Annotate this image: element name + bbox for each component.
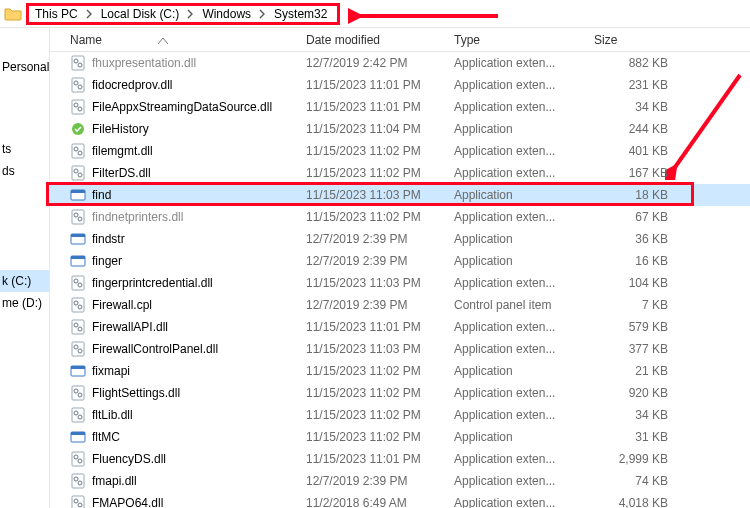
dll-icon (70, 495, 86, 508)
column-header-name[interactable]: Name (50, 33, 300, 47)
breadcrumb[interactable]: This PC Local Disk (C:) Windows System32 (26, 3, 340, 25)
file-type: Application (448, 254, 588, 268)
sidebar-item[interactable]: ts (0, 138, 49, 160)
file-type: Application exten... (448, 408, 588, 422)
table-row[interactable]: FirewallControlPanel.dll11/15/2023 11:03… (50, 338, 750, 360)
file-name: finger (92, 254, 122, 268)
file-type: Application exten... (448, 100, 588, 114)
file-date: 11/15/2023 11:04 PM (300, 122, 448, 136)
file-name: fingerprintcredential.dll (92, 276, 213, 290)
table-row[interactable]: fixmapi11/15/2023 11:02 PMApplication21 … (50, 360, 750, 382)
file-size: 36 KB (588, 232, 680, 246)
table-row[interactable]: FirewallAPI.dll11/15/2023 11:01 PMApplic… (50, 316, 750, 338)
file-type: Application (448, 188, 588, 202)
dll-icon (70, 407, 86, 423)
sidebar-item[interactable]: Personal (0, 56, 49, 78)
table-row[interactable]: FlightSettings.dll11/15/2023 11:02 PMApp… (50, 382, 750, 404)
dll-icon (70, 77, 86, 93)
table-row[interactable]: FileHistory11/15/2023 11:04 PMApplicatio… (50, 118, 750, 140)
column-header-size[interactable]: Size (588, 33, 680, 47)
breadcrumb-seg-windows[interactable]: Windows (198, 5, 255, 23)
sidebar-item[interactable]: ds (0, 160, 49, 182)
file-date: 11/15/2023 11:01 PM (300, 100, 448, 114)
table-row[interactable]: fmapi.dll12/7/2019 2:39 PMApplication ex… (50, 470, 750, 492)
file-size: 401 KB (588, 144, 680, 158)
file-date: 11/15/2023 11:03 PM (300, 342, 448, 356)
file-name: fidocredprov.dll (92, 78, 172, 92)
file-date: 12/7/2019 2:39 PM (300, 254, 448, 268)
nav-sidebar: Personal ts ds k (C:) me (D:) (0, 28, 50, 508)
file-date: 11/15/2023 11:02 PM (300, 364, 448, 378)
file-name: FilterDS.dll (92, 166, 151, 180)
file-size: 377 KB (588, 342, 680, 356)
file-type: Application exten... (448, 78, 588, 92)
dll-icon (70, 473, 86, 489)
sidebar-item-c[interactable]: k (C:) (0, 270, 49, 292)
breadcrumb-seg-thispc[interactable]: This PC (31, 5, 82, 23)
dll-icon (70, 143, 86, 159)
file-date: 11/15/2023 11:02 PM (300, 144, 448, 158)
file-size: 167 KB (588, 166, 680, 180)
table-row[interactable]: fhuxpresentation.dll12/7/2019 2:42 PMApp… (50, 52, 750, 74)
file-date: 11/15/2023 11:02 PM (300, 430, 448, 444)
column-header-type[interactable]: Type (448, 33, 588, 47)
file-list-pane: Name Date modified Type Size fhuxpresent… (50, 28, 750, 508)
dll-icon (70, 341, 86, 357)
file-date: 11/15/2023 11:01 PM (300, 452, 448, 466)
file-date: 11/15/2023 11:02 PM (300, 386, 448, 400)
dll-icon (70, 55, 86, 71)
file-size: 231 KB (588, 78, 680, 92)
table-row[interactable]: fltMC11/15/2023 11:02 PMApplication31 KB (50, 426, 750, 448)
file-size: 7 KB (588, 298, 680, 312)
sidebar-item-d[interactable]: me (D:) (0, 292, 49, 314)
fh-icon (70, 121, 86, 137)
file-date: 11/15/2023 11:02 PM (300, 210, 448, 224)
dll-icon (70, 451, 86, 467)
table-row[interactable]: FluencyDS.dll11/15/2023 11:01 PMApplicat… (50, 448, 750, 470)
table-row[interactable]: finger12/7/2019 2:39 PMApplication16 KB (50, 250, 750, 272)
table-row[interactable]: filemgmt.dll11/15/2023 11:02 PMApplicati… (50, 140, 750, 162)
file-name: FirewallControlPanel.dll (92, 342, 218, 356)
table-row[interactable]: fidocredprov.dll11/15/2023 11:01 PMAppli… (50, 74, 750, 96)
file-size: 34 KB (588, 408, 680, 422)
file-type: Control panel item (448, 298, 588, 312)
table-row[interactable]: findnetprinters.dll11/15/2023 11:02 PMAp… (50, 206, 750, 228)
file-name: FirewallAPI.dll (92, 320, 168, 334)
file-size: 244 KB (588, 122, 680, 136)
file-name: FileAppxStreamingDataSource.dll (92, 100, 272, 114)
file-name: FileHistory (92, 122, 149, 136)
table-row[interactable]: FilterDS.dll11/15/2023 11:02 PMApplicati… (50, 162, 750, 184)
table-row[interactable]: Firewall.cpl12/7/2019 2:39 PMControl pan… (50, 294, 750, 316)
file-name: find (92, 188, 111, 202)
file-size: 67 KB (588, 210, 680, 224)
file-rows: fhuxpresentation.dll12/7/2019 2:42 PMApp… (50, 52, 750, 508)
file-date: 11/2/2018 6:49 AM (300, 496, 448, 508)
table-row[interactable]: findstr12/7/2019 2:39 PMApplication36 KB (50, 228, 750, 250)
chevron-right-icon (255, 9, 270, 19)
file-name: filemgmt.dll (92, 144, 153, 158)
file-size: 579 KB (588, 320, 680, 334)
exe-icon (70, 187, 86, 203)
exe-icon (70, 253, 86, 269)
table-row[interactable]: fingerprintcredential.dll11/15/2023 11:0… (50, 272, 750, 294)
file-type: Application (448, 430, 588, 444)
file-name: fltLib.dll (92, 408, 133, 422)
file-type: Application exten... (448, 386, 588, 400)
dll-icon (70, 297, 86, 313)
breadcrumb-seg-c[interactable]: Local Disk (C:) (97, 5, 184, 23)
breadcrumb-seg-system32[interactable]: System32 (270, 5, 331, 23)
dll-icon (70, 209, 86, 225)
file-date: 11/15/2023 11:03 PM (300, 188, 448, 202)
column-headers: Name Date modified Type Size (50, 28, 750, 52)
table-row[interactable]: find11/15/2023 11:03 PMApplication18 KB (50, 184, 750, 206)
table-row[interactable]: FileAppxStreamingDataSource.dll11/15/202… (50, 96, 750, 118)
dll-icon (70, 385, 86, 401)
dll-icon (70, 275, 86, 291)
file-type: Application exten... (448, 144, 588, 158)
chevron-right-icon (82, 9, 97, 19)
file-type: Application exten... (448, 452, 588, 466)
column-header-date[interactable]: Date modified (300, 33, 448, 47)
folder-icon (4, 5, 22, 23)
table-row[interactable]: FMAPO64.dll11/2/2018 6:49 AMApplication … (50, 492, 750, 508)
table-row[interactable]: fltLib.dll11/15/2023 11:02 PMApplication… (50, 404, 750, 426)
